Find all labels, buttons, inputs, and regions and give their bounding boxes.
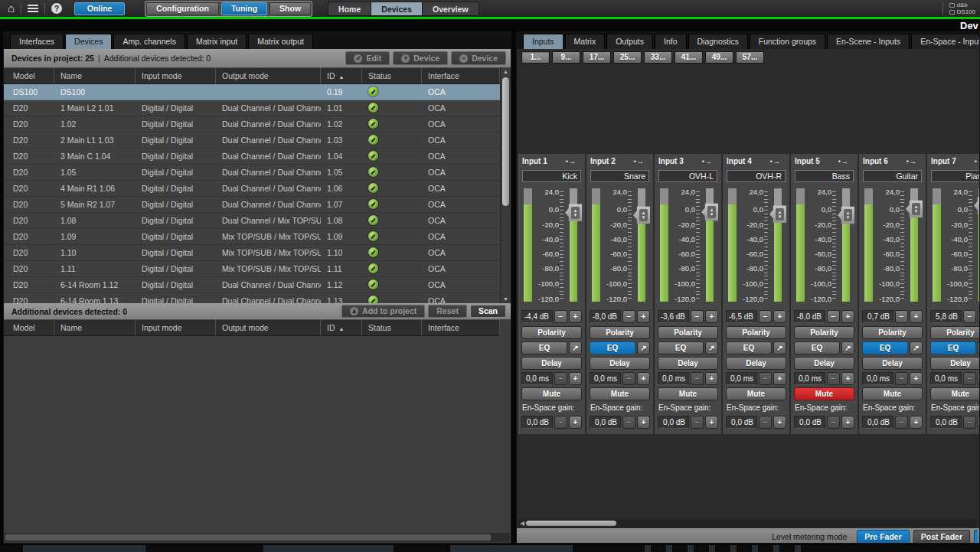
delay-decrement-button[interactable]: − (963, 372, 976, 385)
enspace-gain-value[interactable]: 0,0 dB (726, 416, 757, 429)
delay-decrement-button[interactable]: − (622, 372, 635, 385)
delay-button[interactable]: Delay (658, 357, 718, 370)
home-icon[interactable]: ⌂ (8, 1, 15, 16)
gain-increment-button[interactable]: + (773, 310, 786, 323)
gain-decrement-button[interactable]: − (895, 310, 908, 323)
enspace-decrement-button[interactable]: − (759, 416, 772, 429)
eq-detail-button[interactable]: ↗ (773, 341, 786, 354)
enspace-increment-button[interactable]: + (773, 416, 786, 429)
tab-en-space-inputs[interactable]: En-Space - Inputs (911, 34, 979, 49)
help-icon[interactable]: ? (51, 3, 62, 14)
post-fader-button[interactable]: Post Fader (913, 530, 970, 544)
eq-button[interactable]: EQ (521, 341, 567, 354)
eq-detail-button[interactable]: ↗ (841, 341, 854, 354)
gain-value[interactable]: -3,6 dB (658, 310, 689, 323)
gain-decrement-button[interactable]: − (759, 310, 772, 323)
channel-name-field[interactable]: Piano (931, 170, 980, 182)
enspace-increment-button[interactable]: + (569, 416, 582, 429)
fader-handle[interactable]: ▲▼ (769, 205, 786, 224)
delay-decrement-button[interactable]: − (554, 372, 567, 385)
polarity-button[interactable]: Polarity (521, 326, 582, 339)
scan-button[interactable]: Scan (470, 305, 506, 318)
table-row[interactable]: D201.02Digital / DigitalDual Channel / D… (4, 116, 500, 132)
table-row[interactable]: D202 Main L1 1.03Digital / DigitalDual C… (4, 132, 500, 149)
enspace-gain-value[interactable]: 0,0 dB (521, 416, 553, 429)
delay-button[interactable]: Delay (521, 357, 582, 370)
gain-value[interactable]: -8,0 dB (590, 310, 621, 323)
enspace-decrement-button[interactable]: − (554, 416, 567, 429)
gain-value[interactable]: -4,4 dB (521, 310, 553, 323)
configuration-button[interactable]: Configuration (146, 2, 219, 15)
tuning-button[interactable]: Tuning (221, 2, 267, 15)
nav-tab-home[interactable]: Home (328, 2, 371, 16)
tab-en-scene-inputs[interactable]: En-Scene - Inputs (827, 34, 910, 49)
delay-button[interactable]: Delay (726, 357, 786, 370)
tab-matrix[interactable]: Matrix (565, 34, 606, 49)
remove-device-button[interactable]: −Device (451, 51, 506, 65)
delay-decrement-button[interactable]: − (895, 372, 908, 385)
fader-handle[interactable]: ▲▼ (906, 200, 923, 218)
tab-info[interactable]: Info (655, 34, 687, 49)
delay-value[interactable]: 0,0 ms (794, 372, 825, 385)
gain-decrement-button[interactable]: − (554, 310, 567, 323)
table-row[interactable]: D203 Main C 1.04Digital / DigitalDual Ch… (4, 149, 500, 165)
column-header-id[interactable]: ID▲ (321, 320, 362, 335)
strips-hscrollbar[interactable]: ◀ (518, 519, 978, 528)
table-row[interactable]: D201 Main L2 1.01Digital / DigitalDual C… (4, 100, 500, 116)
eq-button[interactable]: EQ (726, 341, 772, 354)
scrollbar-thumb[interactable] (502, 77, 509, 206)
channel-name-field[interactable]: OVH-L (658, 170, 717, 182)
polarity-button[interactable]: Polarity (862, 326, 923, 339)
scroll-left-icon[interactable]: ◀ (518, 520, 526, 527)
gain-increment-button[interactable]: + (705, 310, 718, 323)
column-header-model[interactable]: Model (4, 320, 54, 335)
column-header-id[interactable]: ID▲ (321, 68, 362, 83)
scrollbar-thumb[interactable] (526, 521, 616, 526)
table-row[interactable]: D204 Main R1 1.06Digital / DigitalDual C… (4, 181, 500, 197)
enspace-increment-button[interactable]: + (705, 416, 718, 429)
channel-name-field[interactable]: Snare (590, 170, 649, 182)
delay-button[interactable]: Delay (590, 357, 650, 370)
polarity-button[interactable]: Polarity (794, 326, 854, 339)
mute-button[interactable]: Mute (726, 387, 786, 400)
column-header-interface[interactable]: Interface (422, 68, 500, 83)
menu-icon[interactable] (28, 5, 38, 12)
delay-increment-button[interactable]: + (569, 372, 582, 385)
enspace-decrement-button[interactable]: − (963, 416, 976, 429)
eq-detail-button[interactable]: ↗ (637, 341, 650, 354)
enspace-decrement-button[interactable]: − (827, 416, 840, 429)
fader-handle[interactable]: ▲▼ (838, 206, 854, 224)
gain-increment-button[interactable]: + (910, 310, 923, 323)
enspace-gain-value[interactable]: 0,0 dB (794, 416, 825, 429)
tab-function-groups[interactable]: Function groups (750, 34, 825, 49)
bank-button-33[interactable]: 33... (644, 51, 672, 64)
mute-button[interactable]: Mute (521, 387, 582, 400)
gain-value[interactable]: -6,5 dB (726, 310, 757, 323)
table-row[interactable]: D201.08Digital / DigitalDual Channel / M… (4, 213, 500, 229)
nav-tab-devices[interactable]: Devices (371, 2, 423, 16)
column-header-output-mode[interactable]: Output mode (216, 320, 321, 335)
delay-value[interactable]: 0,0 ms (726, 372, 757, 385)
eq-detail-button[interactable]: ↗ (705, 341, 718, 354)
tab-outputs[interactable]: Outputs (606, 34, 653, 49)
mute-button[interactable]: Mute (862, 387, 923, 400)
device-table-scrollbar[interactable]: ▲ ▼ (500, 67, 511, 303)
show-button[interactable]: Show (270, 2, 311, 15)
enspace-increment-button[interactable]: + (841, 416, 854, 429)
table-row[interactable]: D201.11Digital / DigitalMix TOP/SUB / Mi… (4, 261, 500, 277)
delay-decrement-button[interactable]: − (691, 372, 704, 385)
column-header-input-mode[interactable]: Input mode (136, 68, 216, 83)
delay-button[interactable]: Delay (862, 357, 923, 370)
table-row[interactable]: D201.09Digital / DigitalMix TOP/SUB / Mi… (4, 229, 500, 245)
mute-button[interactable]: Mute (590, 387, 650, 400)
gain-increment-button[interactable]: + (569, 310, 582, 323)
fader-track[interactable] (638, 188, 645, 302)
bank-button-57[interactable]: 57... (736, 51, 764, 64)
clipped-button[interactable] (974, 530, 978, 544)
scrollbar-thumb[interactable] (5, 534, 491, 541)
table-row[interactable]: D205 Main R2 1.07Digital / DigitalDual C… (4, 197, 500, 213)
bank-button-25[interactable]: 25... (613, 51, 642, 64)
column-header-interface[interactable]: Interface (422, 320, 500, 335)
reset-button[interactable]: Reset (428, 305, 467, 318)
delay-decrement-button[interactable]: − (759, 372, 772, 385)
